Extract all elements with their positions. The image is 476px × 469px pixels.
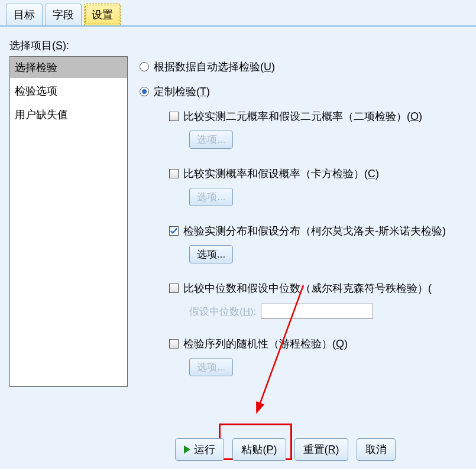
checkbox-runs[interactable]: 检验序列的随机性（游程检验）(Q) — [169, 337, 470, 351]
list-item-select-test[interactable]: 选择检验 — [10, 57, 127, 78]
checkbox-runs-box — [169, 339, 179, 349]
checkbox-binomial[interactable]: 比较实测二元概率和假设二元概率（二项检验）(O) — [169, 109, 470, 123]
content-area: 选择项目(S): 选择检验 检验选项 用户缺失值 根据数据自动选择检验(U) 定… — [0, 27, 476, 394]
tab-settings[interactable]: 设置 — [84, 4, 121, 25]
cancel-button[interactable]: 取消 — [357, 438, 396, 461]
paste-button-label: 粘贴(P) — [241, 442, 277, 457]
radio-custom-indicator — [140, 87, 149, 96]
run-button-label: 运行 — [194, 442, 215, 457]
ks-options-button[interactable]: 选项... — [189, 245, 233, 263]
chisquare-options-button: 选项... — [189, 188, 233, 206]
items-listbox[interactable]: 选择检验 检验选项 用户缺失值 — [9, 56, 128, 387]
hypothesized-median-row: 假设中位数(H): — [189, 304, 373, 319]
checkbox-chisquare-label: 比较实测概率和假设概率（卡方检验）(C) — [183, 167, 379, 181]
hypothesized-median-input[interactable] — [261, 304, 373, 319]
cancel-button-label: 取消 — [365, 442, 387, 457]
group-chisquare: 比较实测概率和假设概率（卡方检验）(C) 选项... — [169, 167, 470, 206]
checkbox-wilcoxon-label: 比较中位数和假设中位数（威尔科克森符号秩检验）( — [183, 281, 432, 295]
checkbox-ks-box — [169, 226, 179, 236]
checkbox-chisquare[interactable]: 比较实测概率和假设概率（卡方检验）(C) — [169, 167, 470, 181]
left-column: 选择项目(S): 选择检验 检验选项 用户缺失值 — [9, 38, 128, 394]
play-icon — [184, 445, 190, 454]
radio-auto[interactable]: 根据数据自动选择检验(U) — [140, 60, 470, 74]
group-binomial: 比较实测二元概率和假设二元概率（二项检验）(O) 选项... — [169, 109, 470, 149]
list-item-user-missing[interactable]: 用户缺失值 — [10, 104, 127, 125]
group-runs: 检验序列的随机性（游程检验）(Q) 选项... — [169, 337, 470, 376]
select-items-label: 选择项目(S): — [9, 38, 128, 53]
tab-bar: 目标 字段 设置 — [0, 0, 476, 27]
checkbox-chisquare-box — [169, 169, 179, 178]
checkbox-binomial-label: 比较实测二元概率和假设二元概率（二项检验）(O) — [183, 109, 422, 123]
checkbox-binomial-box — [169, 112, 179, 121]
tab-fields[interactable]: 字段 — [45, 4, 82, 25]
binomial-options-button: 选项... — [189, 131, 233, 149]
button-bar: 运行 粘贴(P) 重置(R) 取消 — [0, 438, 476, 461]
radio-custom-label: 定制检验(T) — [154, 84, 210, 99]
right-column: 根据数据自动选择检验(U) 定制检验(T) 比较实测二元概率和假设二元概率（二项… — [140, 38, 470, 394]
reset-button[interactable]: 重置(R) — [294, 438, 348, 461]
checkbox-wilcoxon-box — [169, 284, 179, 293]
check-icon — [170, 227, 178, 235]
hypothesized-median-label: 假设中位数(H): — [189, 305, 256, 318]
checkbox-ks[interactable]: 检验实测分布和假设分布（柯尔莫戈洛夫-斯米诺夫检验) — [169, 224, 470, 238]
checkbox-runs-label: 检验序列的随机性（游程检验）(Q) — [183, 337, 348, 351]
radio-auto-label: 根据数据自动选择检验(U) — [154, 60, 275, 74]
paste-button[interactable]: 粘贴(P) — [232, 438, 286, 461]
radio-auto-indicator — [140, 62, 149, 71]
list-item-test-options[interactable]: 检验选项 — [10, 80, 127, 102]
group-wilcoxon: 比较中位数和假设中位数（威尔科克森符号秩检验）( 假设中位数(H): — [169, 281, 470, 319]
tab-target[interactable]: 目标 — [6, 4, 43, 25]
reset-button-label: 重置(R) — [303, 442, 339, 457]
radio-custom[interactable]: 定制检验(T) — [140, 84, 470, 99]
run-button[interactable]: 运行 — [175, 438, 224, 461]
group-ks: 检验实测分布和假设分布（柯尔莫戈洛夫-斯米诺夫检验) 选项... — [169, 224, 470, 263]
dialog-window: 目标 字段 设置 选择项目(S): 选择检验 检验选项 用户缺失值 根据数据自动… — [0, 0, 476, 469]
checkbox-wilcoxon[interactable]: 比较中位数和假设中位数（威尔科克森符号秩检验）( — [169, 281, 470, 295]
runs-options-button: 选项... — [189, 358, 233, 376]
checkbox-ks-label: 检验实测分布和假设分布（柯尔莫戈洛夫-斯米诺夫检验) — [183, 224, 446, 238]
